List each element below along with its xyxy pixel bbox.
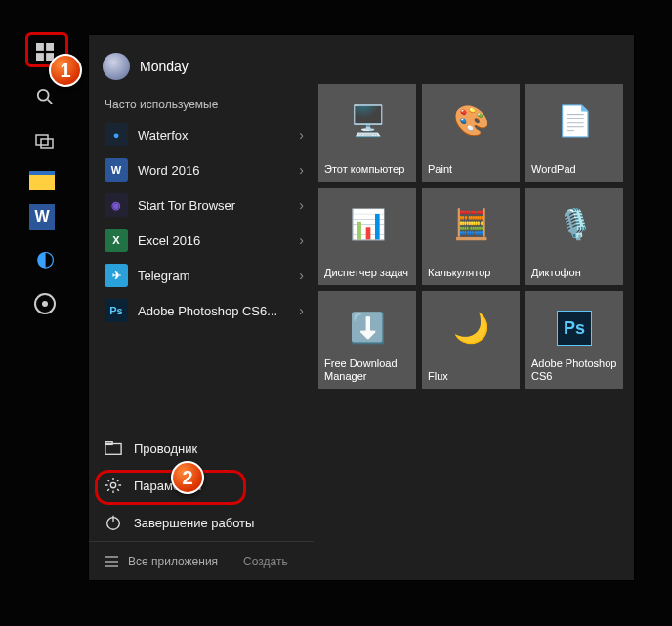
callout-badge-1: 1 [49, 54, 82, 87]
chevron-right-icon: › [299, 232, 304, 248]
tile-icon: 🎨 [453, 104, 489, 138]
chevron-right-icon: › [299, 268, 304, 283]
tile-icon: 📄 [557, 104, 593, 138]
tile-7[interactable]: 🌙Flux [422, 291, 520, 389]
chevron-right-icon: › [299, 162, 304, 178]
app-label: Start Tor Browser [138, 198, 289, 213]
avatar [103, 53, 130, 80]
user-account-button[interactable]: Monday [89, 45, 314, 88]
tile-icon: 📊 [350, 207, 386, 241]
create-button[interactable]: Создать [243, 555, 288, 568]
explorer-label: Проводник [134, 441, 197, 456]
explorer-button[interactable]: Проводник [89, 430, 314, 467]
app-row-1[interactable]: WWord 2016› [89, 152, 314, 188]
tile-2[interactable]: 📄WordPad [525, 84, 623, 182]
waterfox-icon[interactable]: ◐ [29, 243, 61, 274]
word-icon[interactable]: W [29, 204, 55, 230]
app-row-0[interactable]: ●Waterfox› [89, 117, 314, 152]
tile-3[interactable]: 📊Диспетчер задач [318, 188, 416, 285]
all-apps-label: Все приложения [128, 555, 218, 568]
tile-8[interactable]: PsAdobe Photoshop CS6 [525, 291, 623, 389]
all-apps-button[interactable]: Все приложения [105, 555, 218, 568]
app-icon: ● [105, 123, 128, 146]
tile-label: Adobe Photoshop CS6 [531, 357, 617, 383]
svg-line-5 [48, 100, 53, 104]
app-icon: ✈ [105, 264, 128, 287]
tile-label: Paint [428, 163, 514, 176]
tile-label: WordPad [531, 163, 617, 176]
app-icon: W [105, 158, 128, 182]
tile-icon: 🌙 [453, 311, 489, 345]
tile-4[interactable]: 🧮Калькулятор [422, 188, 520, 285]
section-most-used: Часто используемые [89, 88, 314, 117]
app-row-4[interactable]: ✈Telegram› [89, 258, 314, 293]
app-label: Word 2016 [138, 163, 289, 178]
tile-6[interactable]: ⬇️Free Download Manager [318, 291, 416, 389]
app-icon: X [105, 229, 128, 252]
svg-point-9 [42, 301, 48, 307]
app-label: Adobe Photoshop CS6... [138, 304, 289, 318]
tile-label: Диктофон [531, 267, 617, 279]
task-view-icon[interactable] [29, 126, 61, 157]
tile-label: Диспетчер задач [324, 267, 410, 279]
groove-music-icon[interactable] [29, 288, 61, 319]
app-label: Telegram [138, 269, 289, 283]
power-label: Завершение работы [134, 516, 254, 530]
tile-icon: ⬇️ [350, 311, 386, 345]
tile-label: Этот компьютер [324, 163, 410, 176]
app-label: Waterfox [138, 128, 289, 143]
chevron-right-icon: › [299, 197, 304, 213]
svg-rect-7 [41, 139, 53, 148]
callout-badge-2: 2 [171, 461, 204, 494]
app-row-5[interactable]: PsAdobe Photoshop CS6...› [89, 293, 314, 328]
svg-rect-6 [36, 135, 48, 145]
tile-icon: 🎙️ [557, 207, 593, 241]
tile-label: Flux [428, 370, 514, 383]
start-menu: Monday Часто используемые ●Waterfox›WWor… [88, 34, 635, 581]
search-icon[interactable] [29, 81, 61, 112]
svg-rect-10 [105, 444, 121, 455]
svg-point-4 [38, 90, 49, 101]
app-label: Excel 2016 [138, 233, 289, 248]
tile-icon: 🖥️ [350, 104, 386, 138]
user-name: Monday [140, 59, 189, 74]
app-row-2[interactable]: ◉Start Tor Browser› [89, 188, 314, 223]
tile-icon: 🧮 [453, 207, 489, 241]
tile-label: Калькулятор [428, 267, 514, 279]
tile-5[interactable]: 🎙️Диктофон [525, 188, 623, 285]
power-button[interactable]: Завершение работы [89, 504, 314, 541]
file-explorer-icon[interactable] [29, 171, 55, 190]
tile-0[interactable]: 🖥️Этот компьютер [318, 84, 416, 182]
tile-1[interactable]: 🎨Paint [422, 84, 520, 182]
app-icon: Ps [105, 299, 128, 322]
app-row-3[interactable]: XExcel 2016› [89, 223, 314, 258]
tile-label: Free Download Manager [324, 357, 410, 383]
app-icon: ◉ [105, 193, 128, 217]
chevron-right-icon: › [299, 303, 304, 318]
chevron-right-icon: › [299, 127, 304, 143]
